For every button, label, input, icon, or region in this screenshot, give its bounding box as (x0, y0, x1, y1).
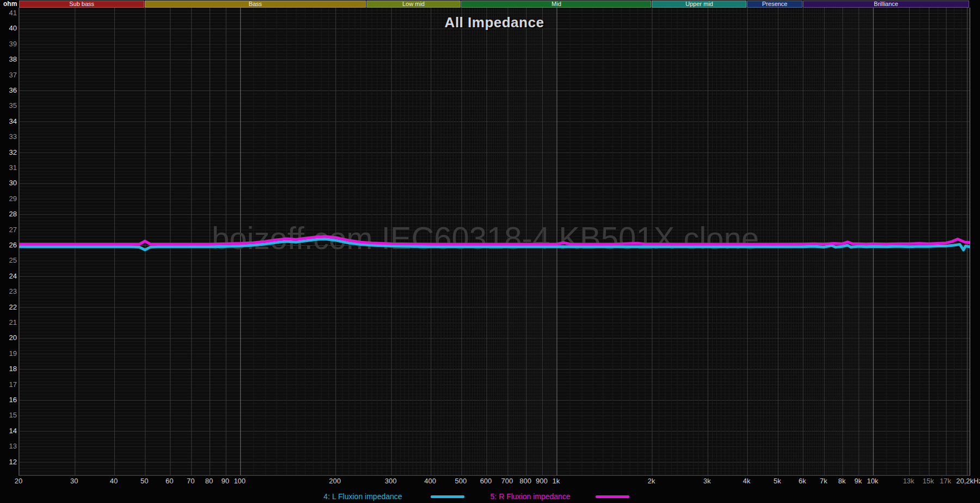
impedance-chart-window: ohm Sub bassBassLow midMidUpper midPrese… (0, 0, 980, 503)
y-tick-label: 18 (1, 365, 17, 373)
y-tick-label: 33 (1, 133, 17, 141)
y-tick-label: 12 (1, 458, 17, 466)
y-tick-label: 21 (1, 319, 17, 326)
legend-swatch-right-impedance[interactable] (596, 495, 629, 498)
y-tick-label: 13 (1, 443, 17, 450)
legend: 4: L Fluxion impedance 5: R Fluxion impe… (0, 492, 966, 501)
y-tick-label: 40 (1, 25, 17, 32)
y-tick-label: 23 (1, 288, 17, 295)
x-tick-label: 200 (310, 477, 359, 485)
y-tick-label: 25 (1, 257, 17, 264)
x-tick-label: 100 (215, 477, 264, 485)
y-tick-label: 37 (1, 71, 17, 79)
y-tick-label: 24 (1, 272, 17, 280)
y-tick-label: 17 (1, 381, 17, 389)
legend-item-left-impedance[interactable]: 4: L Fluxion impedance (323, 492, 402, 501)
band-brilliance: Brilliance (803, 1, 969, 8)
y-tick-label: 41 (1, 9, 17, 17)
y-tick-label: 15 (1, 411, 17, 419)
band-upper-mid: Upper mid (652, 1, 746, 8)
y-tick-label: 26 (1, 241, 17, 249)
y-tick-label: 34 (1, 118, 17, 125)
y-tick-label: 22 (1, 304, 17, 311)
legend-swatch-left-impedance[interactable] (431, 495, 464, 498)
chart-canvas: boizoff.com IEC60318-4 KB501X clone (19, 8, 970, 475)
band-bass: Bass (145, 1, 365, 8)
band-sub-bass: Sub bass (19, 1, 144, 8)
plot-area[interactable]: boizoff.com IEC60318-4 KB501X clone All … (19, 8, 970, 476)
band-mid: Mid (461, 1, 651, 8)
y-tick-label: 19 (1, 350, 17, 357)
y-tick-label: 30 (1, 179, 17, 187)
y-tick-label: 32 (1, 149, 17, 156)
y-tick-label: 31 (1, 164, 17, 172)
y-tick-label: 29 (1, 195, 17, 203)
band-presence: Presence (747, 1, 802, 8)
y-tick-label: 16 (1, 396, 17, 404)
y-tick-label: 39 (1, 40, 17, 48)
y-axis-unit-label: ohm (3, 0, 19, 8)
y-tick-label: 35 (1, 102, 17, 110)
x-tick-label: 1k (531, 477, 580, 485)
x-tick-label: 20,2kHz (945, 477, 980, 485)
legend-item-right-impedance[interactable]: 5: R Fluxion impedance (491, 492, 571, 501)
y-tick-label: 36 (1, 87, 17, 94)
band-low-mid: Low mid (366, 1, 461, 8)
y-tick-label: 28 (1, 210, 17, 218)
y-tick-label: 14 (1, 427, 17, 435)
x-tick-label: 2k (627, 477, 676, 485)
frequency-band-bar: Sub bassBassLow midMidUpper midPresenceB… (19, 1, 969, 8)
chart-title: All Impedance (19, 14, 970, 31)
x-tick-label: 20 (0, 477, 43, 485)
y-tick-label: 38 (1, 56, 17, 63)
y-tick-label: 20 (1, 334, 17, 342)
y-tick-label: 27 (1, 226, 17, 234)
